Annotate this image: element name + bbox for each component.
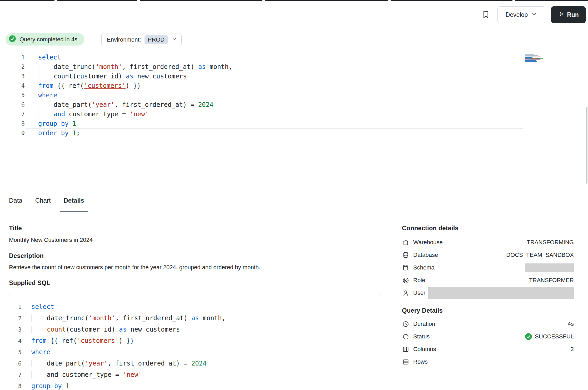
- supplied-sql-heading: Supplied SQL: [9, 279, 50, 287]
- header-toolbar: Develop Run: [480, 6, 586, 23]
- line-number: 4: [0, 81, 25, 91]
- detail-label: Rows: [413, 358, 428, 365]
- chevron-down-icon: [531, 11, 537, 19]
- code-text: select: [22, 301, 54, 313]
- run-button-label: Run: [567, 11, 579, 18]
- code-line: 2 date_trunc('month', first_ordered_at) …: [0, 62, 553, 72]
- code-text: where: [25, 91, 57, 100]
- code-text: from {{ ref('customers') }}: [22, 335, 134, 347]
- tab-chart[interactable]: Chart: [35, 189, 51, 212]
- connection-details-rows: WarehouseTRANSFORMINGDatabaseDOCS_TEAM_S…: [402, 236, 574, 299]
- detail-row: Duration4s: [402, 318, 574, 330]
- connection-details-heading: Connection details: [402, 224, 459, 232]
- results-tabbar: Data Chart Details: [0, 189, 84, 212]
- code-line: 8group by 1: [9, 381, 380, 390]
- tab-data[interactable]: Data: [9, 189, 22, 212]
- chevron-down-icon: [171, 36, 177, 43]
- user-icon: [402, 289, 409, 297]
- status-icon: [402, 333, 409, 340]
- success-check-icon: [9, 35, 16, 44]
- app-window: Develop Run Query completed in 4s Enviro…: [0, 0, 588, 390]
- sql-editor[interactable]: 1select2 date_trunc('month', first_order…: [0, 53, 553, 138]
- code-line: 7 and customer_type = 'new': [9, 369, 380, 381]
- code-text: date_part('year', first_ordered_at) = 20…: [25, 100, 213, 109]
- detail-row: WarehouseTRANSFORMING: [402, 236, 574, 249]
- code-line: 8group by 1: [0, 119, 553, 128]
- bookmark-button[interactable]: [480, 9, 492, 21]
- detail-value-text: TRANSFORMER: [529, 277, 574, 284]
- tab-chart-label: Chart: [35, 197, 51, 204]
- detail-value: [525, 263, 574, 272]
- code-line: 7 and customer_type = 'new': [0, 109, 553, 119]
- develop-button[interactable]: Develop: [497, 6, 545, 23]
- detail-label: User: [413, 289, 425, 296]
- code-line: 1select: [0, 53, 553, 62]
- code-line: 1select: [9, 301, 380, 313]
- ref-link[interactable]: 'customers': [84, 82, 126, 89]
- code-text: and customer_type = 'new': [22, 369, 142, 381]
- detail-label: Warehouse: [413, 239, 443, 246]
- duration-icon: [402, 320, 409, 328]
- code-line: 3 count(customer_id) as new_customers: [9, 324, 380, 335]
- code-text: from {{ ref('customers') }}: [25, 81, 141, 91]
- line-number: 1: [9, 301, 22, 313]
- description-heading: Description: [9, 252, 44, 259]
- play-icon: [558, 11, 564, 19]
- code-line: 9order by 1;: [0, 128, 553, 138]
- code-text: date_trunc('month', first_ordered_at) as…: [22, 313, 226, 324]
- code-text: group by 1: [22, 381, 69, 390]
- database-icon: [402, 251, 409, 259]
- bookmark-icon: [481, 10, 490, 20]
- code-line: 6 date_part('year', first_ordered_at) = …: [9, 358, 380, 369]
- code-line: 3 count(customer_id) as new_customers: [0, 72, 553, 81]
- run-button[interactable]: Run: [551, 6, 586, 23]
- role-icon: [402, 277, 409, 284]
- detail-value: TRANSFORMING: [527, 239, 574, 246]
- environment-select[interactable]: Environment: PROD: [101, 33, 182, 46]
- supplied-sql-block: 1select2 date_trunc('month', first_order…: [9, 293, 380, 390]
- query-status-text: Query completed in 4s: [19, 36, 77, 43]
- environment-value-badge: PROD: [144, 35, 168, 44]
- code-line: 5where: [0, 91, 553, 100]
- line-number: 1: [0, 53, 25, 62]
- detail-value: [428, 287, 574, 299]
- line-number: 4: [9, 335, 22, 347]
- line-number: 3: [9, 324, 22, 335]
- detail-label: Schema: [413, 264, 435, 271]
- vertical-scrollbar[interactable]: [586, 107, 587, 184]
- redacted-value: [428, 287, 574, 299]
- detail-value: 4s: [568, 321, 574, 327]
- detail-value-text: 4s: [568, 321, 574, 327]
- code-line: 6 date_part('year', first_ordered_at) = …: [0, 100, 553, 109]
- line-number: 7: [9, 369, 22, 381]
- detail-row: Rows---: [402, 356, 574, 368]
- tab-details[interactable]: Details: [63, 189, 84, 212]
- detail-row: RoleTRANSFORMER: [402, 274, 574, 287]
- query-details-rows: Duration4sStatusSUCCESSFULColumns2Rows--…: [402, 318, 574, 368]
- detail-value: 2: [571, 346, 574, 353]
- line-number: 7: [0, 109, 25, 119]
- detail-row: User: [402, 287, 574, 299]
- code-line: 2 date_trunc('month', first_ordered_at) …: [9, 313, 380, 324]
- line-number: 6: [9, 358, 22, 369]
- redacted-value: [525, 263, 574, 272]
- detail-value-text: ---: [568, 358, 574, 365]
- detail-row: StatusSUCCESSFUL: [402, 330, 574, 343]
- editor-minimap[interactable]: [525, 54, 552, 62]
- code-text: date_part('year', first_ordered_at) = 20…: [22, 358, 207, 369]
- code-text: where: [22, 347, 50, 358]
- code-text: select: [25, 53, 61, 62]
- detail-label: Database: [413, 252, 438, 258]
- title-heading: Title: [9, 224, 22, 232]
- code-line: 5where: [9, 347, 380, 358]
- query-status-badge: Query completed in 4s: [6, 33, 84, 46]
- description-value: Retrieve the count of new customers per …: [9, 264, 372, 271]
- detail-label: Columns: [413, 346, 436, 353]
- detail-value-text: 2: [571, 346, 574, 353]
- line-number: 5: [0, 91, 25, 100]
- detail-value-text: TRANSFORMING: [527, 239, 574, 246]
- detail-row: Schema: [402, 261, 574, 274]
- columns-icon: [402, 346, 409, 353]
- line-number: 2: [0, 62, 25, 72]
- detail-value: SUCCESSFUL: [525, 333, 574, 340]
